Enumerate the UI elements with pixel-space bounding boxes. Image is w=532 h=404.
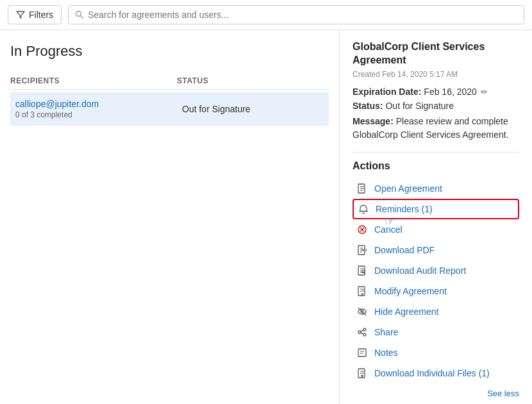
cancel-icon <box>356 224 368 235</box>
action-label-hide-agreement: Hide Agreement <box>374 307 438 317</box>
status-cell: Out for Signature <box>182 104 324 114</box>
search-input[interactable] <box>88 10 517 20</box>
filter-button[interactable]: Filters <box>8 5 62 24</box>
action-label-download-pdf: Download PDF <box>374 245 435 255</box>
action-label-download-individual: Download Individual Files (1) <box>374 368 490 378</box>
svg-rect-17 <box>358 349 366 357</box>
action-item-reminders[interactable]: Reminders (1)☞ <box>353 199 519 219</box>
page-title: In Progress <box>10 43 329 60</box>
download-icon <box>356 367 368 379</box>
filter-icon <box>16 10 25 19</box>
action-label-notes: Notes <box>374 348 398 358</box>
action-label-modify-agreement: Modify Agreement <box>374 286 447 296</box>
doc-icon <box>356 183 368 194</box>
modify-icon <box>356 285 368 297</box>
pdf-icon: PDF <box>356 244 368 256</box>
action-item-share[interactable]: Share <box>353 322 519 342</box>
action-label-download-audit: Download Audit Report <box>374 265 466 276</box>
agreement-title: GlobalCorp Client Services Agreement <box>353 40 519 67</box>
action-item-hide-agreement[interactable]: Hide Agreement <box>353 301 519 322</box>
recipient-email: calliope@jupiter.dom <box>15 99 182 109</box>
share-icon <box>356 326 368 338</box>
bell-icon <box>358 203 369 215</box>
see-less-link[interactable]: See less <box>353 383 519 401</box>
expiration-label: Expiration Date: <box>353 87 421 97</box>
recipient-info: calliope@jupiter.dom 0 of 3 completed <box>15 99 182 119</box>
svg-point-14 <box>363 333 366 336</box>
message-label: Message: <box>353 116 394 126</box>
action-label-share: Share <box>374 327 398 337</box>
table-row[interactable]: calliope@jupiter.dom 0 of 3 completed Ou… <box>10 92 329 126</box>
col-header-status: STATUS <box>177 76 329 85</box>
action-item-download-individual[interactable]: Download Individual Files (1) <box>353 363 519 383</box>
svg-point-0 <box>76 12 81 17</box>
expiration-row: Expiration Date: Feb 16, 2020 ✏ <box>353 87 519 97</box>
audit-icon <box>356 265 368 276</box>
status-row: Status: Out for Signature <box>353 101 519 111</box>
action-item-notes[interactable]: Notes <box>353 342 519 363</box>
notes-icon <box>356 347 368 358</box>
action-item-download-audit[interactable]: Download Audit Report <box>353 260 519 281</box>
actions-title: Actions <box>353 160 519 172</box>
search-box <box>68 5 524 24</box>
edit-icon[interactable]: ✏ <box>481 87 488 97</box>
action-item-open-agreement[interactable]: Open Agreement <box>353 178 519 199</box>
left-panel: In Progress RECIPIENTS STATUS calliope@j… <box>0 30 340 404</box>
action-label-cancel: Cancel <box>374 224 403 235</box>
svg-point-12 <box>363 328 366 331</box>
svg-point-13 <box>358 331 361 333</box>
action-item-download-pdf[interactable]: PDFDownload PDF <box>353 240 519 260</box>
top-bar: Filters <box>0 0 532 30</box>
message-row: Message: Please review and complete Glob… <box>353 115 519 142</box>
expiration-value: Feb 16, 2020 <box>424 87 477 97</box>
svg-line-16 <box>361 332 363 333</box>
main-layout: In Progress RECIPIENTS STATUS calliope@j… <box>0 30 532 404</box>
action-item-cancel[interactable]: Cancel <box>353 219 519 240</box>
hide-icon <box>356 306 368 317</box>
table-header: RECIPIENTS STATUS <box>10 72 329 90</box>
divider <box>353 152 519 153</box>
svg-line-1 <box>81 16 83 19</box>
right-panel: GlobalCorp Client Services Agreement Cre… <box>340 30 532 404</box>
action-label-open-agreement: Open Agreement <box>374 183 442 194</box>
recipient-progress: 0 of 3 completed <box>15 110 182 119</box>
created-date: Created Feb 14, 2020 5:17 AM <box>353 70 519 79</box>
status-value: Out for Signature <box>385 101 454 111</box>
filter-label: Filters <box>29 10 53 20</box>
col-header-recipients: RECIPIENTS <box>10 76 177 85</box>
status-label: Status: <box>353 101 383 111</box>
svg-line-15 <box>361 330 363 331</box>
search-icon <box>75 10 84 19</box>
action-item-modify-agreement[interactable]: Modify Agreement <box>353 281 519 301</box>
action-label-reminders: Reminders (1) <box>376 204 433 214</box>
actions-list: Open AgreementReminders (1)☞CancelPDFDow… <box>353 178 519 383</box>
svg-text:PDF: PDF <box>362 248 367 252</box>
